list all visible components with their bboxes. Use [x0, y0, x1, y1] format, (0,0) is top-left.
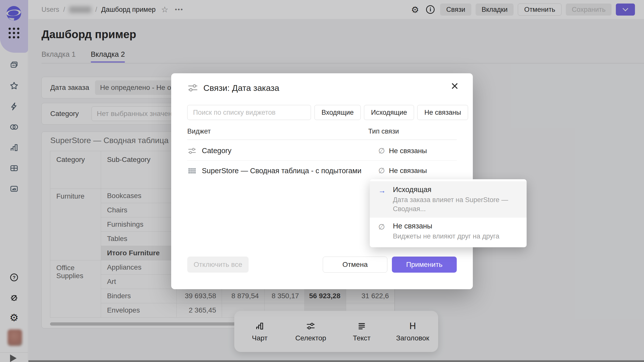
unlinked-icon: ∅	[378, 147, 385, 155]
option-description: Дата заказа влияет на SuperStore — Сводн…	[393, 196, 519, 213]
selector-icon	[187, 146, 197, 156]
widget-name: SuperStore — Сводная таблица - с подытог…	[202, 167, 361, 175]
option-unlinked[interactable]: ∅ Не связаны Виджеты не влияют друг на д…	[370, 218, 527, 245]
unlinked-icon: ∅	[378, 222, 387, 241]
disable-all-button[interactable]: Отключить все	[187, 257, 249, 273]
cancel-button[interactable]: Отмена	[323, 257, 387, 273]
option-title: Исходящая	[393, 186, 519, 194]
widget-name: Category	[202, 147, 232, 155]
links-table-header: Виджет Тип связи	[187, 128, 457, 140]
pivot-table-icon	[187, 166, 197, 175]
option-outgoing[interactable]: → Исходящая Дата заказа влияет на SuperS…	[370, 181, 527, 218]
apply-button[interactable]: Применить	[392, 257, 457, 273]
link-row-superstore: SuperStore — Сводная таблица - с подытог…	[187, 161, 457, 180]
option-title: Не связаны	[393, 222, 499, 230]
close-icon[interactable]: ×	[448, 79, 462, 93]
links-icon	[187, 82, 198, 93]
link-row-category: Category ∅ Не связаны	[187, 141, 457, 161]
link-filters: Входящие Исходящие Не связаны	[314, 105, 468, 120]
link-type-dropdown: → Исходящая Дата заказа влияет на SuperS…	[370, 179, 527, 247]
filter-incoming-button[interactable]: Входящие	[314, 105, 361, 120]
link-type-select[interactable]: ∅ Не связаны	[378, 147, 427, 155]
dialog-title: Связи: Дата заказа	[203, 83, 279, 93]
outgoing-arrow-icon: →	[378, 186, 387, 213]
col-link-type: Тип связи	[368, 128, 399, 135]
col-widget: Виджет	[187, 128, 211, 135]
link-type-select[interactable]: ∅ Не связаны	[378, 167, 427, 175]
option-description: Виджеты не влияют друг на друга	[393, 232, 499, 241]
unlinked-icon: ∅	[378, 167, 385, 174]
dialog-header: Связи: Дата заказа	[187, 82, 279, 93]
filter-unlinked-button[interactable]: Не связаны	[417, 105, 468, 120]
table-header-divider	[187, 140, 457, 140]
widget-search-input[interactable]	[187, 105, 311, 120]
filter-outgoing-button[interactable]: Исходящие	[364, 105, 414, 120]
